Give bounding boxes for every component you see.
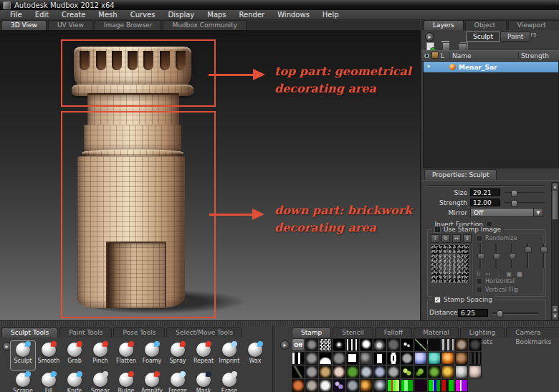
stamp-thumbnail[interactable] — [428, 379, 441, 392]
stamp-thumbnail[interactable] — [401, 365, 414, 378]
rotate-icon[interactable]: ↻ — [441, 234, 450, 243]
tool-button[interactable]: Freeze — [165, 371, 191, 392]
tool-button[interactable]: Smear — [87, 371, 113, 392]
stamp-thumbnail[interactable] — [305, 379, 318, 392]
view-tab[interactable]: UV View — [48, 20, 93, 30]
menu-item[interactable]: Help — [317, 10, 345, 19]
strength-field[interactable]: 12.00 — [470, 199, 500, 206]
stamp-panel-tab[interactable]: Falloff — [375, 328, 413, 338]
stamp-thumbnail[interactable] — [455, 338, 468, 351]
stamp-thumbnail[interactable] — [305, 352, 318, 365]
stamp-thumbnail[interactable] — [360, 352, 373, 365]
random-slider[interactable] — [509, 244, 515, 268]
stamp-thumbnail[interactable] — [469, 352, 482, 365]
tool-button[interactable]: Bulge — [113, 371, 139, 392]
stamp-thumbnail[interactable] — [292, 352, 305, 365]
horizontal-checkbox[interactable] — [476, 278, 482, 285]
stamp-thumbnail[interactable] — [387, 379, 400, 392]
tool-button[interactable]: Spray — [165, 340, 191, 371]
stamp-thumbnail[interactable] — [305, 338, 318, 351]
stamp-thumbnail[interactable] — [455, 365, 468, 378]
stamp-thumbnail[interactable] — [360, 365, 373, 378]
stamp-thumbnail[interactable] — [373, 352, 386, 365]
stamp-thumbnail[interactable] — [455, 352, 468, 365]
panel-menu-icon[interactable]: ▸ — [425, 32, 434, 42]
random-slider[interactable] — [493, 244, 499, 268]
stamp-thumbnail[interactable] — [319, 379, 332, 392]
stamp-thumbnail[interactable] — [333, 379, 345, 392]
stamp-thumbnail[interactable] — [455, 379, 468, 392]
tool-panel-tab[interactable]: Paint Tools — [59, 328, 112, 338]
tool-button[interactable]: Smooth — [36, 340, 62, 371]
tile-icon[interactable]: ▣ — [506, 271, 512, 277]
stamp-panel-tab[interactable]: Material Presets — [414, 328, 459, 338]
view-tab[interactable]: 3D View — [1, 20, 47, 30]
menu-item[interactable]: Edit — [29, 10, 54, 19]
stamp-thumbnail[interactable] — [387, 338, 400, 351]
random-slider[interactable] — [477, 244, 483, 268]
tool-button[interactable]: Scrape — [10, 371, 36, 392]
stamp-off-button[interactable]: Off — [292, 338, 305, 351]
stamp-thumbnail[interactable] — [346, 352, 359, 365]
random-slider[interactable] — [525, 244, 530, 268]
scrollbar-thumb[interactable] — [552, 190, 558, 220]
stamp-thumbnail[interactable] — [373, 365, 386, 378]
stamp-thumbnail[interactable] — [346, 338, 359, 351]
vertical-flip-checkbox[interactable] — [476, 287, 482, 293]
rotate-icon[interactable]: ↻ — [476, 271, 481, 277]
tool-panel-tab[interactable]: Sculpt Tools — [1, 328, 58, 338]
stamp-panel-tab[interactable]: Lighting Presets — [460, 328, 505, 338]
stamp-thumbnail[interactable] — [346, 379, 359, 392]
distance-field[interactable]: 6.25 — [458, 309, 488, 317]
name-column-header[interactable]: Name — [449, 52, 518, 59]
pen-pressure-icon[interactable]: ? — [431, 234, 439, 243]
stamp-thumbnail[interactable] — [346, 365, 359, 378]
stamp-thumbnail[interactable] — [305, 365, 318, 378]
viewport-3d[interactable]: top part: geometrical decorating area do… — [0, 30, 421, 320]
stamp-thumbnail[interactable] — [441, 365, 454, 378]
strength-column-header[interactable]: Strength — [518, 52, 559, 59]
stamp-thumbnail[interactable] — [333, 365, 345, 378]
size-field[interactable]: 29.21 — [470, 188, 500, 196]
tool-button[interactable]: Amplify — [139, 371, 165, 392]
scale-icon[interactable]: ↔ — [486, 271, 491, 277]
stamp-thumbnail[interactable] — [333, 338, 345, 351]
menu-item[interactable]: Display — [162, 10, 200, 19]
stamp-thumbnail[interactable] — [360, 379, 373, 392]
size-slider[interactable] — [505, 188, 549, 196]
stamp-thumbnail[interactable] — [401, 379, 414, 392]
tool-button[interactable]: Knife — [62, 371, 87, 392]
spacing-icon[interactable]: ⋮ — [495, 271, 501, 277]
tool-button[interactable]: Fill — [36, 371, 62, 392]
random-slider[interactable] — [540, 244, 546, 268]
stamp-thumbnail[interactable] — [428, 338, 441, 351]
tool-button[interactable]: Pinch — [87, 340, 113, 371]
tool-button[interactable]: Flatten — [113, 340, 139, 371]
stamp-thumbnail[interactable] — [360, 338, 373, 351]
tool-button[interactable]: Mask — [191, 371, 216, 392]
mode-button[interactable]: Sculpt — [466, 32, 500, 42]
stamp-thumbnail[interactable] — [387, 352, 400, 365]
tool-button[interactable]: Erase — [216, 371, 242, 392]
stamp-thumbnail[interactable] — [441, 379, 454, 392]
stamp-thumbnail[interactable] — [373, 379, 386, 392]
use-stamp-checkbox[interactable] — [434, 226, 441, 233]
menu-item[interactable]: Mesh — [92, 10, 123, 19]
stamp-thumbnail[interactable] — [401, 352, 414, 365]
stop-icon[interactable]: ■ — [517, 271, 522, 277]
tool-button[interactable]: Imprint — [216, 340, 242, 371]
properties-scrollbar[interactable]: ▲ ▲ ▼ — [551, 182, 559, 321]
scroll-down-icon[interactable]: ▼ — [552, 312, 558, 320]
flip-horizontal-icon[interactable]: ↔ — [452, 234, 461, 243]
stamp-thumbnail[interactable] — [428, 352, 441, 365]
stamp-thumbnail[interactable] — [469, 338, 482, 351]
strength-slider[interactable] — [505, 199, 549, 206]
stamp-thumbnail[interactable] — [319, 352, 332, 365]
mode-button[interactable]: Paint — [500, 32, 530, 42]
mirror-dropdown[interactable]: Off ▼ — [470, 208, 543, 217]
menu-item[interactable]: File — [4, 10, 28, 19]
stamp-spacing-checkbox[interactable]: ✓ — [434, 297, 441, 303]
stamp-thumbnail[interactable] — [441, 338, 454, 351]
tool-button[interactable]: Foamy — [139, 340, 165, 371]
stamp-thumbnail[interactable] — [401, 338, 414, 351]
